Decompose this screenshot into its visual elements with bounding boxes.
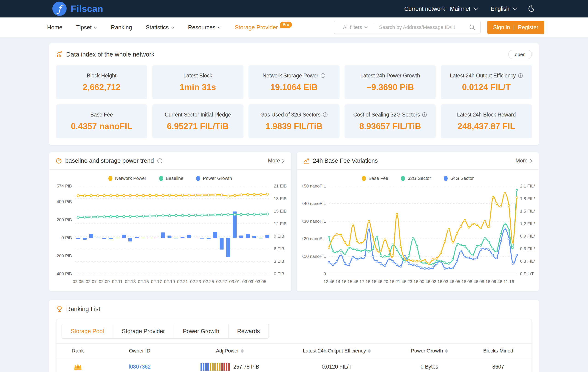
dark-mode-moon-icon[interactable] <box>526 4 535 13</box>
chevron-down-icon <box>218 26 221 29</box>
svg-text:0.40 nanoFIL: 0.40 nanoFIL <box>302 201 326 206</box>
legend-item-64g-sector[interactable]: 64G Sector <box>444 176 474 181</box>
all-filters-dropdown[interactable]: All filters <box>334 24 374 30</box>
network-value: Mainnet <box>450 6 470 12</box>
power-trend-more-link[interactable]: More <box>268 158 285 164</box>
column-header-latest-24h-output-efficiency[interactable]: Latest 24h Output Efficiency <box>280 348 394 354</box>
info-icon[interactable] <box>422 112 427 117</box>
sort-icon[interactable] <box>241 349 244 353</box>
column-header-rank: Rank <box>56 348 99 354</box>
sort-icon[interactable] <box>445 349 448 353</box>
svg-text:0.30 nanoFIL: 0.30 nanoFIL <box>302 219 326 223</box>
metric-value: 6.95271 FIL/TiB <box>167 122 229 131</box>
legend-item-power-growth[interactable]: Power Growth <box>196 176 232 181</box>
svg-text:18:46: 18:46 <box>371 279 382 284</box>
ranking-table-rows: 1 f0807362 257.78 PiB 0.0120 FIL/T 0 Byt… <box>56 358 532 372</box>
nav-item-resources[interactable]: Resources <box>188 23 221 31</box>
svg-text:-400 PiB: -400 PiB <box>55 271 72 276</box>
column-header-power-growth[interactable]: Power Growth <box>394 348 465 354</box>
chevron-right-icon <box>529 159 532 163</box>
legend-dot <box>401 176 405 181</box>
legend-item-network-power[interactable]: Network Power <box>108 176 146 181</box>
metric-card: Latest 24h Power Growth −9.3690 PiB <box>345 65 436 99</box>
legend-item-32g-sector[interactable]: 32G Sector <box>401 176 431 181</box>
sort-icon[interactable] <box>368 349 371 353</box>
metric-value: 1.9839 FIL/TiB <box>265 122 323 131</box>
svg-text:-200 PiB: -200 PiB <box>55 254 72 258</box>
info-icon[interactable] <box>323 112 328 117</box>
legend-item-base-fee[interactable]: Base Fee <box>362 176 388 181</box>
svg-text:0: 0 <box>323 271 326 276</box>
metric-grid: Block Height 2,662,712Latest Block 1min … <box>56 65 532 138</box>
svg-text:02.17: 02.17 <box>151 279 162 284</box>
open-button[interactable]: open <box>508 50 532 59</box>
tab-rewards[interactable]: Rewards <box>228 324 269 338</box>
search-icon[interactable] <box>464 24 480 31</box>
metric-label: Latest 24h Output Efficiency <box>450 73 516 79</box>
svg-text:574 PiB: 574 PiB <box>56 184 72 188</box>
ranking-table: RankOwner IDAdj.Power Latest 24h Output … <box>56 343 532 372</box>
filecoin-logo-icon: ƒ <box>52 2 67 16</box>
metric-card: Network Storage Power 19.1064 EiB <box>249 65 340 99</box>
svg-text:02.21: 02.21 <box>177 279 188 284</box>
search-input[interactable] <box>374 24 464 30</box>
chevron-down-icon <box>512 7 517 10</box>
metric-label: Current Sector Initial Pledge <box>165 112 231 118</box>
svg-text:21:46: 21:46 <box>396 279 407 284</box>
nav-item-ranking[interactable]: Ranking <box>111 23 132 31</box>
svg-text:17:16: 17:16 <box>359 279 370 284</box>
svg-text:0 PiB: 0 PiB <box>62 235 72 240</box>
power-trend-legend: Network Power Baseline Power Growth <box>54 173 286 182</box>
svg-text:00:46: 00:46 <box>420 279 430 284</box>
info-icon[interactable] <box>518 73 523 78</box>
svg-text:0 FIL/T: 0 FIL/T <box>520 271 534 276</box>
sign-in-register-button[interactable]: Sign in | Register <box>487 21 544 34</box>
table-row[interactable]: 1 f0807362 257.78 PiB 0.0120 FIL/T 0 Byt… <box>56 358 532 372</box>
column-header-owner-id: Owner ID <box>99 348 180 354</box>
nav-item-storage-provider[interactable]: Storage ProviderPro <box>235 23 292 31</box>
tab-power-growth[interactable]: Power Growth <box>174 324 228 338</box>
metric-card: Cost of Sealing 32G Sectors 8.93657 FIL/… <box>345 104 436 138</box>
legend-label: Network Power <box>115 176 146 181</box>
legend-label: Base Fee <box>369 176 388 181</box>
metric-value: 248,437.87 FIL <box>458 122 515 131</box>
column-label: Owner ID <box>129 348 150 354</box>
logo-text: Filscan <box>71 4 103 14</box>
filscan-logo[interactable]: ƒ Filscan <box>52 2 103 16</box>
info-icon[interactable] <box>320 73 326 78</box>
svg-text:0.10 nanoFIL: 0.10 nanoFIL <box>302 254 326 259</box>
nav-item-tipset[interactable]: Tipset <box>76 23 97 31</box>
svg-text:0.9 FIL/T: 0.9 FIL/T <box>520 234 535 238</box>
power-gauge <box>200 363 230 371</box>
owner-id-link[interactable]: f0807362 <box>129 364 151 370</box>
metric-card: Latest Block 1min 31s <box>152 65 243 99</box>
column-header-adj-power[interactable]: Adj.Power <box>180 348 280 354</box>
column-header-blocks-mined: Blocks Mined <box>465 348 532 354</box>
tab-storage-pool[interactable]: Storage Pool <box>62 324 113 338</box>
svg-text:20:16: 20:16 <box>383 279 394 284</box>
svg-text:0.3 FIL/T: 0.3 FIL/T <box>520 259 535 264</box>
power-trend-chart: 21 EiB18 EiB15 EiB12 EiB9 EiB6 EiB3 EiB0… <box>54 182 289 286</box>
metric-label: Gas Used of 32G Sectors <box>260 112 320 118</box>
nav-item-statistics[interactable]: Statistics <box>146 23 174 31</box>
legend-dot <box>196 176 200 181</box>
svg-text:02.23: 02.23 <box>190 279 201 284</box>
base-fee-chart-card: 24h Base Fee Variations More Base Fee 32… <box>297 152 539 291</box>
svg-text:0 EiB: 0 EiB <box>274 271 284 276</box>
nav-item-home[interactable]: Home <box>47 23 63 31</box>
base-fee-more-link[interactable]: More <box>516 158 532 164</box>
legend-label: Baseline <box>166 176 184 181</box>
tab-storage-provider[interactable]: Storage Provider <box>113 324 174 338</box>
more-label: More <box>516 158 528 164</box>
legend-item-baseline[interactable]: Baseline <box>159 176 184 181</box>
column-label: Latest 24h Output Efficiency <box>303 348 366 354</box>
blocks-mined-cell: 8607 <box>465 364 532 370</box>
network-select[interactable]: Mainnet <box>450 6 478 12</box>
svg-text:400 PiB: 400 PiB <box>56 199 72 204</box>
metric-label: Latest Block <box>184 73 212 79</box>
chevron-down-icon <box>171 26 174 29</box>
info-icon[interactable] <box>157 158 163 164</box>
language-select[interactable]: English <box>491 6 517 12</box>
ranking-tabs: Storage PoolStorage ProviderPower Growth… <box>62 324 269 339</box>
column-label: Blocks Mined <box>483 348 513 354</box>
